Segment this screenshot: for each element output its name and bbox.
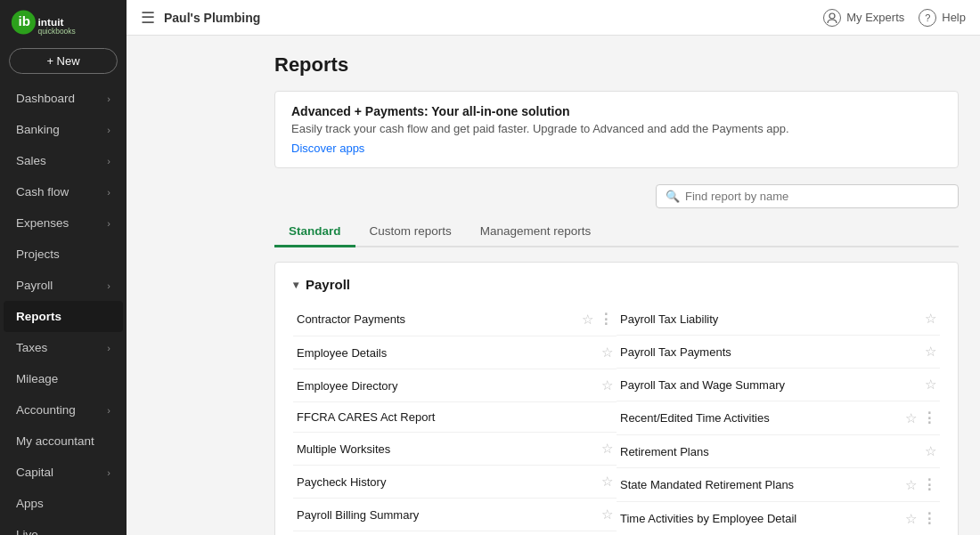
- promo-banner: Advanced + Payments: Your all-in-one sol…: [274, 91, 959, 168]
- star-icon[interactable]: ☆: [905, 477, 917, 493]
- sidebar-item-mileage[interactable]: Mileage: [4, 363, 123, 394]
- sidebar-item-capital[interactable]: Capital ›: [4, 457, 123, 488]
- reports-left-column: Contractor Payments ☆ ⋮ Employee Details…: [293, 303, 617, 535]
- tab-custom-reports[interactable]: Custom reports: [355, 217, 466, 247]
- sidebar-item-taxes[interactable]: Taxes ›: [4, 332, 123, 363]
- report-name: Payroll Tax Liability: [620, 312, 925, 326]
- sidebar-item-label: Capital: [16, 466, 53, 479]
- more-options-icon[interactable]: ⋮: [922, 409, 936, 426]
- reports-card: ▾ Payroll Contractor Payments ☆ ⋮ Employ…: [274, 262, 959, 535]
- svg-text:ib: ib: [18, 13, 30, 28]
- more-options-icon[interactable]: ⋮: [599, 311, 613, 328]
- sidebar-item-reports[interactable]: Reports: [4, 301, 123, 332]
- report-actions: ☆ ⋮: [905, 476, 936, 493]
- sidebar-item-label: Mileage: [16, 372, 58, 385]
- report-name: Contractor Payments: [297, 312, 582, 326]
- sidebar-item-banking[interactable]: Banking ›: [4, 114, 123, 145]
- list-item: Employee Details ☆: [293, 336, 617, 369]
- more-options-icon[interactable]: ⋮: [922, 476, 936, 493]
- sidebar-item-label: Dashboard: [16, 92, 75, 105]
- list-item: State Mandated Retirement Plans ☆ ⋮: [617, 468, 940, 502]
- topbar: ☰ Paul's Plumbing My Experts ? Help: [127, 0, 980, 36]
- list-item: Time Activities by Employee Detail ☆ ⋮: [617, 502, 940, 535]
- tab-management-reports[interactable]: Management reports: [466, 217, 606, 247]
- banner-title: Advanced + Payments: Your all-in-one sol…: [291, 104, 942, 118]
- sidebar-item-label: Taxes: [16, 341, 47, 354]
- star-icon[interactable]: ☆: [925, 377, 936, 393]
- report-name: Time Activities by Employee Detail: [620, 512, 905, 525]
- sidebar-item-my-accountant[interactable]: My accountant: [4, 426, 123, 457]
- my-experts-icon: [823, 9, 841, 27]
- list-item: Paycheck History ☆: [293, 466, 617, 499]
- report-name: State Mandated Retirement Plans: [620, 478, 905, 491]
- chevron-icon: ›: [107, 125, 110, 135]
- help-label: Help: [942, 11, 966, 24]
- report-actions: ☆: [601, 345, 613, 361]
- tab-standard[interactable]: Standard: [274, 217, 355, 247]
- report-actions: ☆: [925, 344, 936, 360]
- sidebar: ib intuit quickbooks + New Dashboard › B…: [0, 0, 127, 535]
- sidebar-item-sales[interactable]: Sales ›: [4, 145, 123, 176]
- payroll-section-header[interactable]: ▾ Payroll: [293, 277, 940, 292]
- star-icon[interactable]: ☆: [601, 507, 613, 523]
- star-icon[interactable]: ☆: [905, 511, 917, 527]
- star-icon[interactable]: ☆: [601, 345, 613, 361]
- report-actions: ☆: [601, 507, 613, 523]
- star-icon[interactable]: ☆: [601, 377, 613, 393]
- sidebar-item-label: Sales: [16, 154, 46, 167]
- list-item: Multiple Worksites ☆: [293, 433, 617, 466]
- my-experts-button[interactable]: My Experts: [823, 9, 904, 27]
- star-icon[interactable]: ☆: [601, 441, 613, 457]
- star-icon[interactable]: ☆: [925, 344, 936, 360]
- main-content: Reports Advanced + Payments: Your all-in…: [253, 36, 980, 535]
- sidebar-item-accounting[interactable]: Accounting ›: [4, 394, 123, 426]
- search-icon: 🔍: [666, 190, 680, 203]
- sidebar-item-label: Expenses: [16, 216, 69, 230]
- sidebar-item-projects[interactable]: Projects: [4, 239, 123, 270]
- reports-grid: Contractor Payments ☆ ⋮ Employee Details…: [293, 303, 940, 535]
- chevron-icon: ›: [107, 93, 110, 104]
- report-actions: ☆: [925, 311, 936, 327]
- star-icon[interactable]: ☆: [905, 410, 917, 426]
- report-actions: ☆ ⋮: [582, 311, 613, 328]
- hamburger-icon[interactable]: ☰: [141, 8, 155, 28]
- help-icon: ?: [919, 9, 936, 27]
- report-name: Multiple Worksites: [297, 442, 601, 456]
- chevron-icon: ›: [107, 156, 110, 166]
- svg-point-4: [829, 13, 835, 19]
- sidebar-item-label: Apps: [16, 497, 44, 510]
- star-icon[interactable]: ☆: [925, 443, 936, 459]
- topbar-right: My Experts ? Help: [823, 9, 966, 27]
- star-icon[interactable]: ☆: [582, 312, 593, 328]
- help-button[interactable]: ? Help: [919, 9, 966, 27]
- report-name: Employee Directory: [297, 379, 601, 393]
- sidebar-item-label: Live Bookkeeping: [16, 528, 110, 535]
- more-options-icon[interactable]: ⋮: [922, 510, 936, 527]
- section-title: Payroll: [306, 277, 350, 292]
- sidebar-item-label: Accounting: [16, 403, 76, 417]
- star-icon[interactable]: ☆: [925, 311, 936, 327]
- report-actions: ☆ ⋮: [905, 409, 936, 426]
- new-button[interactable]: + New: [9, 48, 118, 74]
- chevron-icon: ›: [107, 343, 110, 353]
- sidebar-item-payroll[interactable]: Payroll ›: [4, 270, 123, 301]
- sidebar-item-live-bookkeeping[interactable]: Live Bookkeeping: [4, 519, 123, 535]
- search-input[interactable]: [685, 190, 949, 203]
- report-tabs: Standard Custom reports Management repor…: [274, 217, 959, 247]
- report-name: Payroll Tax and Wage Summary: [620, 378, 925, 392]
- sidebar-item-dashboard[interactable]: Dashboard ›: [4, 83, 123, 114]
- chevron-icon: ›: [107, 280, 110, 291]
- star-icon[interactable]: ☆: [601, 474, 613, 490]
- page-title: Reports: [274, 53, 959, 77]
- sidebar-item-cashflow[interactable]: Cash flow ›: [4, 176, 123, 207]
- chevron-icon: ›: [107, 467, 110, 478]
- discover-apps-link[interactable]: Discover apps: [291, 142, 364, 155]
- report-name: Retirement Plans: [620, 445, 925, 458]
- topbar-left: ☰ Paul's Plumbing: [141, 8, 260, 28]
- report-actions: ☆: [601, 441, 613, 457]
- chevron-icon: ›: [107, 187, 110, 198]
- sidebar-item-apps[interactable]: Apps: [4, 488, 123, 519]
- sidebar-item-expenses[interactable]: Expenses ›: [4, 207, 123, 239]
- reports-right-column: Payroll Tax Liability ☆ Payroll Tax Paym…: [617, 303, 940, 535]
- search-box: 🔍: [656, 184, 959, 208]
